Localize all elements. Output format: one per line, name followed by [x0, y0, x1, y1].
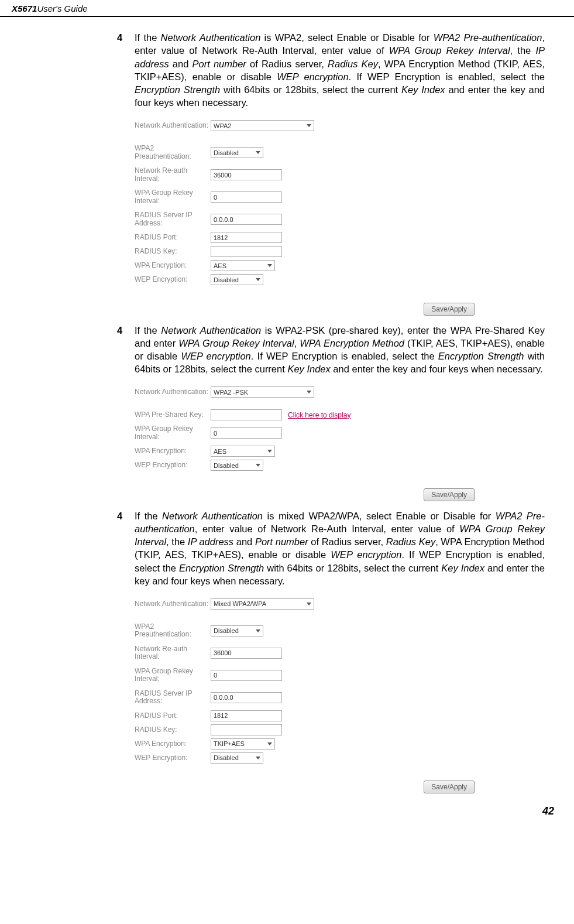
step-number: 4 — [117, 31, 135, 109]
select-network-auth[interactable]: Mixed WPA2/WPA — [211, 598, 314, 610]
input-reauth-interval[interactable]: 36000 — [211, 648, 282, 659]
select-preauth[interactable]: Disabled — [211, 147, 263, 158]
label-radius-ip: RADIUS Server IP Address: — [135, 690, 211, 705]
doc-content: 4 If the Network Authentication is WPA2,… — [0, 17, 574, 803]
label-wpa-encryption: WPA Encryption: — [135, 447, 211, 455]
input-radius-key[interactable] — [211, 246, 282, 257]
step-text: If the Network Authentication is WPA2, s… — [135, 31, 545, 109]
link-display-psk[interactable]: Click here to display — [288, 411, 350, 419]
label-wep-encryption: WEP Encryption: — [135, 754, 211, 762]
label-network-auth: Network Authentication: — [135, 600, 211, 608]
label-radius-port: RADIUS Port: — [135, 712, 211, 720]
step-text: If the Network Authentication is mixed W… — [135, 509, 545, 588]
input-rekey-interval[interactable]: 0 — [211, 191, 282, 203]
doc-title-rest: User's Guide — [37, 4, 87, 13]
screenshot-mixed: Network Authentication:Mixed WPA2/WPA WP… — [135, 593, 545, 793]
select-network-auth[interactable]: WPA2 -PSK — [211, 386, 314, 398]
select-wep-encryption[interactable]: Disabled — [211, 460, 263, 471]
label-rekey-interval: WPA Group Rekey Interval: — [135, 668, 211, 683]
screenshot-wpa2psk: Network Authentication:WPA2 -PSK WPA Pre… — [135, 382, 545, 501]
input-rekey-interval[interactable]: 0 — [211, 670, 282, 681]
select-preauth[interactable]: Disabled — [211, 625, 263, 636]
label-network-auth: Network Authentication: — [135, 122, 211, 129]
screenshot-wpa2: Network Authentication:WPA2 WPA2 Preauth… — [135, 115, 545, 316]
label-reauth-interval: Network Re-auth Interval: — [135, 645, 211, 661]
label-preauth: WPA2 Preauthentication: — [135, 623, 211, 638]
label-radius-port: RADIUS Port: — [135, 234, 211, 241]
select-wep-encryption[interactable]: Disabled — [211, 752, 263, 764]
label-wep-encryption: WEP Encryption: — [135, 276, 211, 283]
label-radius-key: RADIUS Key: — [135, 248, 211, 255]
label-wpa-encryption: WPA Encryption: — [135, 262, 211, 269]
label-psk: WPA Pre-Shared Key: — [135, 411, 211, 419]
select-wpa-encryption[interactable]: AES — [211, 260, 275, 271]
label-radius-key: RADIUS Key: — [135, 726, 211, 734]
input-radius-port[interactable]: 1812 — [211, 232, 282, 243]
input-psk[interactable] — [211, 409, 282, 420]
page-number: 42 — [0, 803, 574, 824]
input-radius-port[interactable]: 1812 — [211, 710, 282, 721]
save-apply-button[interactable]: Save/Apply — [424, 781, 475, 793]
input-radius-ip[interactable]: 0.0.0.0 — [211, 214, 282, 225]
label-rekey-interval: WPA Group Rekey Interval: — [135, 425, 211, 440]
input-reauth-interval[interactable]: 36000 — [211, 169, 282, 180]
step-4-mixed: 4 If the Network Authentication is mixed… — [117, 509, 545, 588]
save-apply-button[interactable]: Save/Apply — [424, 488, 475, 501]
step-text: If the Network Authentication is WPA2-PS… — [135, 324, 545, 376]
doc-header: X5671 User's Guide — [0, 0, 574, 17]
label-radius-ip: RADIUS Server IP Address: — [135, 211, 211, 227]
label-rekey-interval: WPA Group Rekey Interval: — [135, 189, 211, 204]
select-wep-encryption[interactable]: Disabled — [211, 274, 263, 285]
step-4-wpa2psk: 4 If the Network Authentication is WPA2-… — [117, 324, 545, 376]
label-network-auth: Network Authentication: — [135, 388, 211, 396]
select-network-auth[interactable]: WPA2 — [211, 120, 314, 131]
label-wpa-encryption: WPA Encryption: — [135, 740, 211, 748]
step-4-wpa2: 4 If the Network Authentication is WPA2,… — [117, 31, 545, 109]
doc-model: X5671 — [12, 4, 37, 13]
input-radius-ip[interactable]: 0.0.0.0 — [211, 692, 282, 703]
label-reauth-interval: Network Re-auth Interval: — [135, 167, 211, 182]
select-wpa-encryption[interactable]: AES — [211, 446, 275, 457]
input-rekey-interval[interactable]: 0 — [211, 427, 282, 439]
save-apply-button[interactable]: Save/Apply — [424, 303, 475, 316]
step-number: 4 — [117, 509, 135, 588]
label-preauth: WPA2 Preauthentication: — [135, 145, 211, 160]
label-wep-encryption: WEP Encryption: — [135, 461, 211, 469]
input-radius-key[interactable] — [211, 724, 282, 735]
select-wpa-encryption[interactable]: TKIP+AES — [211, 738, 275, 750]
step-number: 4 — [117, 324, 135, 376]
